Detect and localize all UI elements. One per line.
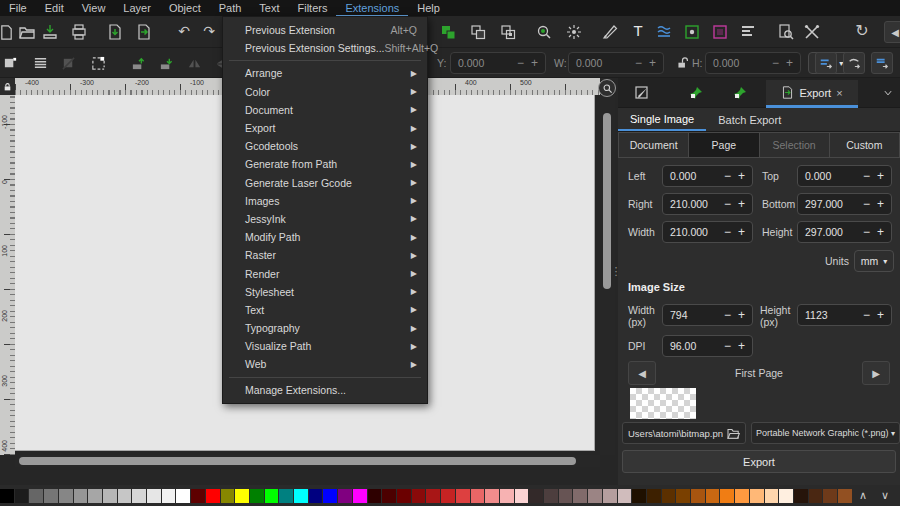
palette-swatch[interactable] [294, 489, 308, 503]
palette-swatch[interactable] [573, 489, 587, 503]
w-field[interactable]: 0.000−+ [568, 52, 664, 74]
select-all-layers-icon[interactable] [30, 53, 50, 73]
extensions-menu-item[interactable]: Render▶ [223, 264, 427, 282]
palette-swatch[interactable] [176, 489, 190, 503]
palette-swatch[interactable] [206, 489, 220, 503]
paste-icon[interactable] [498, 22, 518, 42]
extensions-menu-item[interactable]: Visualize Path▶ [223, 337, 427, 355]
menu-layer[interactable]: Layer [114, 1, 160, 15]
palette-swatch[interactable] [338, 489, 352, 503]
import-icon[interactable] [105, 22, 125, 42]
palette-swatch[interactable] [735, 489, 749, 503]
palette-swatch[interactable] [750, 489, 764, 503]
gradient-icon[interactable] [654, 22, 674, 42]
menu-filters[interactable]: Filters [289, 1, 337, 15]
palette-swatch[interactable] [426, 489, 440, 503]
left-field[interactable]: 0.000−+ [662, 165, 753, 187]
extensions-menu-item[interactable]: JessyInk▶ [223, 210, 427, 228]
extensions-menu-item[interactable]: Stylesheet▶ [223, 283, 427, 301]
rotate-icon[interactable]: ↻ [852, 20, 872, 40]
bottom-field[interactable]: 297.000−+ [797, 193, 892, 215]
palette-swatch[interactable] [412, 489, 426, 503]
palette-up-icon[interactable]: ∧ [852, 489, 874, 502]
palette-swatch[interactable] [618, 489, 632, 503]
palette-swatch[interactable] [279, 489, 293, 503]
menu-view[interactable]: View [73, 1, 115, 15]
palette-swatch[interactable] [191, 489, 205, 503]
palette-swatch[interactable] [0, 489, 14, 503]
extensions-menu-item[interactable]: Generate Laser Gcode▶ [223, 174, 427, 192]
format-dropdown[interactable]: Portable Network Graphic (*.png) ▾ [751, 422, 900, 444]
area-page-button[interactable]: Page [689, 132, 759, 158]
symbols-icon[interactable] [682, 22, 702, 42]
palette-swatch[interactable] [603, 489, 617, 503]
palette-swatch[interactable] [706, 489, 720, 503]
extension-wrench-icon-2[interactable] [730, 83, 750, 103]
palette-swatch[interactable] [118, 489, 132, 503]
checkerboard-pen-icon[interactable] [632, 83, 652, 103]
swatches-icon[interactable] [710, 22, 730, 42]
ruler-lock-corner[interactable] [0, 78, 15, 95]
palette-swatch[interactable] [44, 489, 58, 503]
area-document-button[interactable]: Document [618, 132, 689, 158]
horizontal-scrollbar-thumb[interactable] [19, 457, 576, 465]
menu-edit[interactable]: Edit [36, 1, 73, 15]
extensions-menu-item[interactable]: Raster▶ [223, 246, 427, 264]
extensions-menu-item[interactable]: Previous Extension Settings...Shift+Alt+… [223, 39, 427, 57]
palette-swatch[interactable] [662, 489, 676, 503]
new-document-icon[interactable] [0, 22, 16, 42]
dpi-field[interactable]: 96.00−+ [662, 335, 753, 357]
palette-swatch[interactable] [382, 489, 396, 503]
extensions-menu-item[interactable]: Gcodetools▶ [223, 137, 427, 155]
palette-swatch[interactable] [588, 489, 602, 503]
tab-overflow-chevron-icon[interactable] [878, 83, 898, 103]
filename-field[interactable]: Users\atomi\bitmap.png [622, 422, 746, 444]
extensions-menu-item[interactable]: Arrange▶ [223, 64, 427, 82]
palette-swatch[interactable] [720, 489, 734, 503]
tab-export[interactable]: Export × [766, 80, 858, 108]
palette-swatch[interactable] [823, 489, 837, 503]
extensions-menu-item[interactable]: Typography▶ [223, 319, 427, 337]
extensions-menu-item[interactable]: Web▶ [223, 355, 427, 373]
extensions-menu-item[interactable]: Text▶ [223, 301, 427, 319]
palette-swatch[interactable] [544, 489, 558, 503]
quick-zoom-icon[interactable] [598, 79, 616, 97]
display-mode-icon[interactable] [564, 22, 584, 42]
palette-swatch[interactable] [838, 489, 852, 503]
horizontal-scrollbar[interactable] [15, 455, 600, 467]
palette-swatch[interactable] [162, 489, 176, 503]
palette-swatch[interactable] [559, 489, 573, 503]
palette-swatch[interactable] [441, 489, 455, 503]
raise-object-icon[interactable] [128, 53, 148, 73]
palette-down-icon[interactable]: ∨ [874, 489, 896, 502]
palette-swatch[interactable] [765, 489, 779, 503]
tab-close-icon[interactable]: × [836, 87, 842, 99]
palette-swatch[interactable] [15, 489, 29, 503]
palette-swatch[interactable] [456, 489, 470, 503]
image-width-field[interactable]: 794−+ [662, 304, 753, 326]
print-icon[interactable] [69, 22, 89, 42]
tab-batch-export[interactable]: Batch Export [706, 108, 793, 131]
tab-single-image[interactable]: Single Image [618, 108, 706, 131]
palette-swatch[interactable] [88, 489, 102, 503]
menu-extensions[interactable]: Extensions [336, 1, 408, 16]
palette-swatch[interactable] [250, 489, 264, 503]
move-gradient-icon[interactable] [843, 52, 865, 74]
palette-swatch[interactable] [103, 489, 117, 503]
palette-swatch[interactable] [353, 489, 367, 503]
units-dropdown[interactable]: mm▾ [854, 250, 894, 272]
palette-swatch[interactable] [515, 489, 529, 503]
lock-ratio-icon[interactable] [672, 53, 692, 73]
area-selection-button[interactable]: Selection [760, 132, 830, 158]
flip-horizontal-icon[interactable] [184, 53, 204, 73]
palette-swatch[interactable] [794, 489, 808, 503]
palette-swatch[interactable] [147, 489, 161, 503]
palette-swatch[interactable] [74, 489, 88, 503]
extensions-menu-item[interactable]: Generate from Path▶ [223, 155, 427, 173]
palette-swatch[interactable] [309, 489, 323, 503]
menu-help[interactable]: Help [408, 1, 449, 15]
open-file-icon[interactable] [17, 22, 37, 42]
prev-arrow-icon[interactable]: ◀ [884, 21, 900, 43]
right-field[interactable]: 210.000−+ [662, 193, 753, 215]
height-field[interactable]: 297.000−+ [797, 221, 892, 243]
